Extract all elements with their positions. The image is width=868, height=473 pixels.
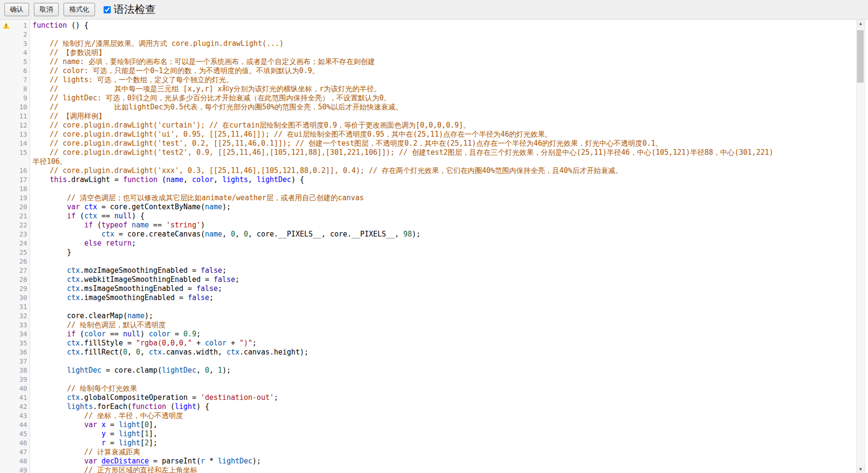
- code-line[interactable]: 8 // 其中每一项是三元组 [x,y,r] x和y分别为该灯光的横纵坐标，r为…: [0, 85, 868, 94]
- code-line[interactable]: 37: [0, 357, 868, 366]
- code-line-text[interactable]: this.drawLight = function (name, color, …: [30, 175, 868, 184]
- code-line-text[interactable]: ctx.globalCompositeOperation = 'destinat…: [30, 393, 868, 402]
- code-line[interactable]: 18: [0, 184, 868, 194]
- code-line-text[interactable]: ctx.mozImageSmoothingEnabled = false;: [30, 266, 868, 275]
- code-line[interactable]: 11 // 【调用样例】: [0, 112, 868, 121]
- code-line-text[interactable]: [30, 30, 868, 39]
- code-line-text[interactable]: [30, 184, 868, 194]
- code-line-text[interactable]: // lightDec: 可选，0到1之间，光从多少百分比才开始衰减（在此范围内…: [30, 94, 868, 103]
- code-line-text[interactable]: ctx = core.createCanvas(name, 0, 0, core…: [30, 230, 868, 239]
- code-area[interactable]: 1function () {23 // 绘制灯光/漆黑层效果。调用方式 core…: [0, 20, 868, 473]
- code-line[interactable]: 24 else return;: [0, 239, 868, 248]
- code-line[interactable]: 14 // core.plugin.drawLight('test', 0.2,…: [0, 139, 868, 148]
- code-line-text[interactable]: 半径106。: [30, 157, 868, 166]
- code-line-text[interactable]: else return;: [30, 239, 868, 248]
- code-line-text[interactable]: ctx.msImageSmoothingEnabled = false;: [30, 284, 868, 293]
- code-line[interactable]: 43 // 坐标，半径，中心不透明度: [0, 411, 868, 420]
- code-line-text[interactable]: var decDistance = parseInt(r * lightDec)…: [30, 457, 868, 466]
- code-line[interactable]: 45 y = light[1],: [0, 430, 868, 439]
- code-line[interactable]: 27 ctx.mozImageSmoothingEnabled = false;: [0, 266, 868, 275]
- code-line[interactable]: 33 // 绘制色调层，默认不透明度: [0, 321, 868, 330]
- code-line-text[interactable]: // core.plugin.drawLight('test2', 0.9, […: [30, 148, 868, 157]
- code-line-text[interactable]: // 绘制灯光/漆黑层效果。调用方式 core.plugin.drawLight…: [30, 39, 868, 48]
- code-line-text[interactable]: // core.plugin.drawLight('xxx', 0.3, [[2…: [30, 166, 868, 175]
- code-line-text[interactable]: // 比如lightDec为0.5代表，每个灯光部分内圈50%的范围全亮，50%…: [30, 103, 868, 112]
- code-line[interactable]: 16 // core.plugin.drawLight('xxx', 0.3, …: [0, 166, 868, 175]
- confirm-button[interactable]: 确认: [4, 3, 29, 16]
- code-line-text[interactable]: [30, 357, 868, 366]
- scrollbar-thumb[interactable]: [857, 30, 864, 83]
- code-line[interactable]: 20 var ctx = core.getContextByName(name)…: [0, 203, 868, 212]
- format-button[interactable]: 格式化: [64, 3, 95, 16]
- code-line-text[interactable]: ctx.webkitImageSmoothingEnabled = false;: [30, 275, 868, 284]
- code-line-text[interactable]: // color: 可选，只能是一个0~1之间的数，为不透明度的值。不填则默认为…: [30, 66, 868, 75]
- code-line[interactable]: 4 // 【参数说明】: [0, 48, 868, 57]
- code-line[interactable]: 25 }: [0, 248, 868, 257]
- code-line[interactable]: 30 ctx.imageSmoothingEnabled = false;: [0, 293, 868, 302]
- code-line[interactable]: 35 ctx.fillStyle = "rgba(0,0,0," + color…: [0, 339, 868, 348]
- code-line[interactable]: 21 if (ctx == null) {: [0, 212, 868, 221]
- code-line-text[interactable]: // 【调用样例】: [30, 112, 868, 121]
- code-line-wrap[interactable]: 半径106。: [0, 157, 868, 166]
- code-line-text[interactable]: // 坐标，半径，中心不透明度: [30, 411, 868, 420]
- cancel-button[interactable]: 取消: [34, 3, 59, 16]
- code-line[interactable]: 12 // core.plugin.drawLight('curtain'); …: [0, 121, 868, 130]
- code-line[interactable]: 47 // 计算衰减距离: [0, 448, 868, 457]
- code-line[interactable]: 39: [0, 375, 868, 384]
- code-line-text[interactable]: // core.plugin.drawLight('test', 0.2, [[…: [30, 139, 868, 148]
- code-line-text[interactable]: core.clearMap(name);: [30, 312, 868, 321]
- code-line-text[interactable]: if (ctx == null) {: [30, 212, 868, 221]
- code-line[interactable]: 36 ctx.fillRect(0, 0, ctx.canvas.width, …: [0, 348, 868, 357]
- code-line[interactable]: 31: [0, 302, 868, 312]
- code-line-text[interactable]: function () {: [30, 21, 868, 30]
- code-line-text[interactable]: // 计算衰减距离: [30, 448, 868, 457]
- code-line[interactable]: 46 r = light[2];: [0, 439, 868, 448]
- code-line-text[interactable]: lights.forEach(function (light) {: [30, 402, 868, 411]
- code-line-text[interactable]: // name: 必填，要绘制到的画布名；可以是一个系统画布，或者是个自定义画布…: [30, 57, 868, 66]
- code-line-text[interactable]: ctx.fillRect(0, 0, ctx.canvas.width, ctx…: [30, 348, 868, 357]
- code-line[interactable]: 17 this.drawLight = function (name, colo…: [0, 175, 868, 184]
- scroll-down-button[interactable]: ▼: [857, 465, 865, 473]
- code-line[interactable]: 5 // name: 必填，要绘制到的画布名；可以是一个系统画布，或者是个自定义…: [0, 57, 868, 66]
- code-line[interactable]: 22 if (typeof name == 'string'): [0, 221, 868, 230]
- scroll-up-button[interactable]: ▲: [857, 20, 865, 28]
- code-line-text[interactable]: if (color == null) color = 0.9;: [30, 330, 868, 339]
- vertical-scrollbar[interactable]: ▲ ▼: [856, 20, 865, 473]
- code-line-text[interactable]: // core.plugin.drawLight('ui', 0.95, [[2…: [30, 130, 868, 139]
- code-line-text[interactable]: // core.plugin.drawLight('curtain'); // …: [30, 121, 868, 130]
- code-line-text[interactable]: // 正方形区域的直径和左上角坐标: [30, 466, 868, 473]
- code-line[interactable]: 48 var decDistance = parseInt(r * lightD…: [0, 457, 868, 466]
- code-line[interactable]: 44 var x = light[0],: [0, 420, 868, 430]
- code-line[interactable]: 26: [0, 257, 868, 266]
- code-editor[interactable]: 1function () {23 // 绘制灯光/漆黑层效果。调用方式 core…: [0, 19, 868, 473]
- code-line[interactable]: 15 // core.plugin.drawLight('test2', 0.9…: [0, 148, 868, 157]
- code-line[interactable]: 7 // lights: 可选，一个数组，定义了每个独立的灯光。: [0, 75, 868, 85]
- code-line[interactable]: 49 // 正方形区域的直径和左上角坐标: [0, 466, 868, 473]
- code-line-text[interactable]: r = light[2];: [30, 439, 868, 448]
- code-line[interactable]: 29 ctx.msImageSmoothingEnabled = false;: [0, 284, 868, 293]
- code-line-text[interactable]: var x = light[0],: [30, 420, 868, 430]
- code-line-text[interactable]: ctx.imageSmoothingEnabled = false;: [30, 293, 868, 302]
- code-line[interactable]: 9 // lightDec: 可选，0到1之间，光从多少百分比才开始衰减（在此范…: [0, 94, 868, 103]
- code-line[interactable]: 34 if (color == null) color = 0.9;: [0, 330, 868, 339]
- code-line-text[interactable]: // 其中每一项是三元组 [x,y,r] x和y分别为该灯光的横纵坐标，r为该灯…: [30, 85, 868, 94]
- code-line-text[interactable]: // lights: 可选，一个数组，定义了每个独立的灯光。: [30, 75, 868, 85]
- code-line-text[interactable]: y = light[1],: [30, 430, 868, 439]
- code-line-text[interactable]: var ctx = core.getContextByName(name);: [30, 203, 868, 212]
- code-line-text[interactable]: ctx.fillStyle = "rgba(0,0,0," + color + …: [30, 339, 868, 348]
- code-line-text[interactable]: lightDec = core.clamp(lightDec, 0, 1);: [30, 366, 868, 375]
- code-line-text[interactable]: }: [30, 248, 868, 257]
- code-line[interactable]: 32 core.clearMap(name);: [0, 312, 868, 321]
- code-line-text[interactable]: [30, 257, 868, 266]
- code-line-text[interactable]: [30, 302, 868, 312]
- code-line[interactable]: 23 ctx = core.createCanvas(name, 0, 0, c…: [0, 230, 868, 239]
- code-line[interactable]: 13 // core.plugin.drawLight('ui', 0.95, …: [0, 130, 868, 139]
- code-line[interactable]: 19 // 清空色调层；也可以修改成其它层比如animate/weather层，…: [0, 194, 868, 203]
- code-line[interactable]: 40 // 绘制每个灯光效果: [0, 384, 868, 393]
- code-line-text[interactable]: if (typeof name == 'string'): [30, 221, 868, 230]
- code-line-text[interactable]: // 【参数说明】: [30, 48, 868, 57]
- code-line-text[interactable]: [30, 375, 868, 384]
- code-line[interactable]: 10 // 比如lightDec为0.5代表，每个灯光部分内圈50%的范围全亮，…: [0, 103, 868, 112]
- code-line-text[interactable]: // 绘制色调层，默认不透明度: [30, 321, 868, 330]
- code-line-text[interactable]: // 绘制每个灯光效果: [30, 384, 868, 393]
